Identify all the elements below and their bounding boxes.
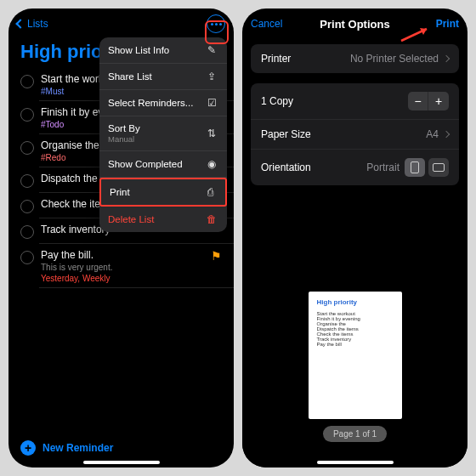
menu-share-list[interactable]: Share List ⇪: [99, 64, 227, 90]
nav-bar: Lists: [8, 8, 234, 39]
pencil-icon: ✎: [205, 44, 218, 56]
complete-toggle[interactable]: [20, 75, 34, 88]
menu-label: Print: [110, 187, 130, 197]
complete-toggle[interactable]: [20, 141, 34, 155]
cancel-button[interactable]: Cancel: [251, 18, 282, 30]
back-label: Lists: [27, 18, 48, 30]
landscape-button[interactable]: [428, 158, 449, 177]
menu-label: Sort By Manual: [108, 123, 140, 144]
preview-line: Pay the bill: [317, 342, 394, 347]
row-value: Portrait: [366, 162, 400, 173]
menu-select-reminders[interactable]: Select Reminders... ☑: [99, 90, 227, 116]
share-icon: ⇪: [205, 71, 218, 82]
decrement-button[interactable]: −: [408, 92, 428, 110]
options-section: 1 Copy − + Paper Size A4 Orientation Por…: [251, 83, 459, 185]
menu-sort-by[interactable]: Sort By Manual ⇅: [99, 116, 227, 151]
print-options-screen: Cancel Print Options Print Printer No Pr…: [242, 8, 468, 468]
menu-label: Select Reminders...: [108, 98, 193, 108]
complete-toggle[interactable]: [20, 251, 34, 264]
portrait-button[interactable]: [405, 158, 425, 177]
orientation-row: Orientation Portrait: [251, 150, 459, 185]
row-value: No Printer Selected: [350, 53, 439, 65]
chevron-left-icon: [15, 19, 25, 28]
print-button[interactable]: Print: [436, 18, 459, 30]
print-preview-area: High priority Start the workoutFinish it…: [242, 190, 468, 468]
sort-icon: ⇅: [205, 128, 218, 139]
reminders-screen: Lists High priority Start the workout re…: [8, 8, 234, 468]
printer-icon: ⎙: [203, 186, 217, 198]
reminder-title: Pay the bill.: [41, 249, 204, 261]
chevron-right-icon: [443, 55, 450, 62]
row-label: Printer: [261, 53, 291, 65]
page-indicator: Page 1 of 1: [323, 426, 387, 442]
portrait-icon: [411, 162, 419, 173]
row-label: Orientation: [261, 162, 311, 173]
row-label: 1 Copy: [261, 95, 293, 107]
context-menu: Show List Info ✎ Share List ⇪ Select Rem…: [99, 37, 227, 232]
reminder-subtitle: This is very urgent.: [41, 263, 204, 272]
home-indicator: [317, 461, 394, 464]
back-button[interactable]: Lists: [17, 18, 68, 30]
trash-icon: 🗑: [205, 213, 218, 225]
page-title: Print Options: [320, 18, 389, 31]
eye-icon: ◉: [205, 158, 218, 170]
menu-label: Delete List: [108, 214, 154, 224]
nav-bar: Cancel Print Options Print: [242, 8, 468, 39]
printer-row[interactable]: Printer No Printer Selected: [251, 44, 459, 73]
menu-label: Show List Info: [108, 45, 169, 55]
menu-label: Share List: [108, 71, 152, 82]
new-reminder-label: New Reminder: [42, 442, 113, 454]
select-icon: ☑: [205, 97, 218, 109]
menu-show-list-info[interactable]: Show List Info ✎: [99, 37, 227, 64]
page-preview[interactable]: High priority Start the workoutFinish it…: [309, 292, 402, 419]
copies-stepper: − +: [408, 92, 449, 110]
copies-row: 1 Copy − +: [251, 83, 459, 120]
reminder-item[interactable]: Pay the bill.This is very urgent.Yesterd…: [8, 244, 234, 288]
menu-show-completed[interactable]: Show Completed ◉: [99, 151, 227, 178]
reminder-date: Yesterday, Weekly: [41, 274, 204, 283]
complete-toggle[interactable]: [20, 200, 34, 213]
menu-delete-list[interactable]: Delete List 🗑: [99, 207, 227, 232]
preview-title: High priority: [317, 298, 394, 306]
plus-icon: +: [20, 440, 36, 456]
complete-toggle[interactable]: [20, 174, 34, 188]
home-indicator: [83, 461, 160, 464]
row-value: A4: [426, 128, 439, 140]
increment-button[interactable]: +: [428, 92, 449, 110]
menu-print[interactable]: Print ⎙: [99, 178, 227, 207]
flag-icon: ⚑: [211, 249, 222, 263]
chevron-right-icon: [443, 131, 450, 138]
row-label: Paper Size: [261, 128, 311, 140]
more-button[interactable]: [207, 14, 225, 33]
complete-toggle[interactable]: [20, 225, 34, 239]
complete-toggle[interactable]: [20, 108, 34, 122]
printer-section: Printer No Printer Selected: [251, 44, 459, 73]
paper-size-row[interactable]: Paper Size A4: [251, 120, 459, 150]
menu-label: Show Completed: [108, 159, 183, 169]
landscape-icon: [433, 163, 445, 172]
